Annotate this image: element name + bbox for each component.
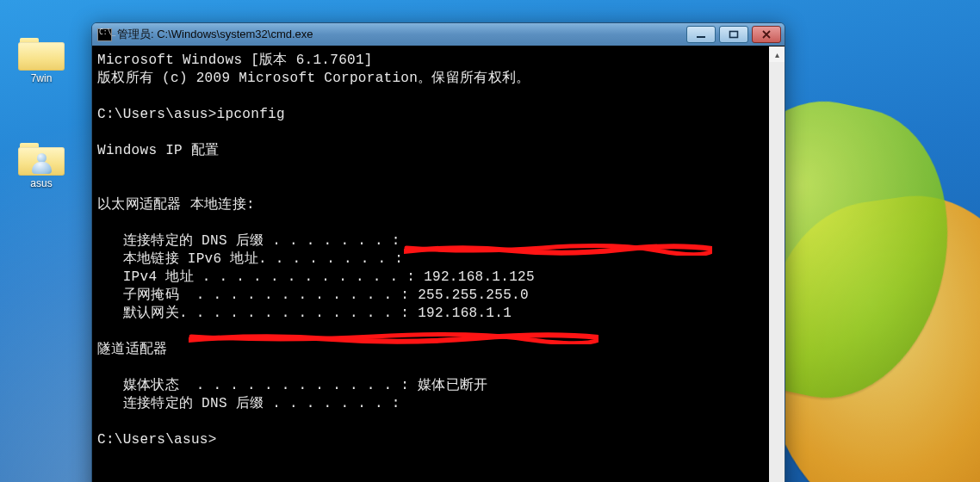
cmd-icon <box>97 28 112 41</box>
terminal-line: C:\Users\asus> <box>97 431 766 449</box>
terminal-line: IPv4 地址 . . . . . . . . . . . . : 192.16… <box>97 269 766 287</box>
cmd-window: 管理员: C:\Windows\system32\cmd.exe Microso… <box>91 22 785 482</box>
window-title: 管理员: C:\Windows\system32\cmd.exe <box>117 27 313 42</box>
person-icon <box>30 153 54 174</box>
desktop-icon-label: 7win <box>9 72 74 84</box>
terminal-line: Microsoft Windows [版本 6.1.7601] <box>97 52 766 70</box>
scrollbar[interactable]: ▴ ▾ <box>769 46 785 482</box>
scroll-up-icon[interactable]: ▴ <box>769 46 785 62</box>
desktop-icon-7win[interactable]: 7win <box>9 34 74 84</box>
terminal-line <box>97 178 766 196</box>
desktop-background: 7win asus 管理员: C:\Windows\system32\cmd.e… <box>0 0 980 482</box>
terminal-line <box>97 124 766 142</box>
terminal-output[interactable]: Microsoft Windows [版本 6.1.7601]版权所有 (c) … <box>92 46 769 482</box>
terminal-line <box>97 160 766 178</box>
desktop-icon-asus[interactable]: asus <box>9 139 74 189</box>
terminal-line: 连接特定的 DNS 后缀 . . . . . . . : <box>97 232 766 250</box>
folder-icon <box>18 34 65 71</box>
terminal-line: 隧道适配器 <box>97 341 766 359</box>
terminal-line <box>97 214 766 232</box>
terminal-line: 默认网关. . . . . . . . . . . . . : 192.168.… <box>97 305 766 323</box>
terminal-line <box>97 88 766 106</box>
terminal-wrap: Microsoft Windows [版本 6.1.7601]版权所有 (c) … <box>92 46 785 482</box>
terminal-line: 媒体状态 . . . . . . . . . . . . : 媒体已断开 <box>97 377 766 395</box>
terminal-line: 子网掩码 . . . . . . . . . . . . : 255.255.2… <box>97 287 766 305</box>
desktop-icon-label: asus <box>9 177 74 189</box>
window-controls <box>686 26 785 43</box>
terminal-line: 版权所有 (c) 2009 Microsoft Corporation。保留所有… <box>97 70 766 88</box>
terminal-line: 本地链接 IPv6 地址. . . . . . . . : <box>97 250 766 269</box>
terminal-line <box>97 413 766 431</box>
terminal-line: C:\Users\asus>ipconfig <box>97 106 766 124</box>
maximize-button[interactable] <box>719 26 748 43</box>
terminal-line: 连接特定的 DNS 后缀 . . . . . . . : <box>97 395 766 413</box>
terminal-line <box>97 323 766 341</box>
terminal-line: Windows IP 配置 <box>97 142 766 160</box>
titlebar[interactable]: 管理员: C:\Windows\system32\cmd.exe <box>92 23 785 46</box>
minimize-button[interactable] <box>686 26 716 43</box>
close-button[interactable] <box>752 26 781 43</box>
svg-rect-0 <box>697 36 705 38</box>
svg-rect-1 <box>730 32 738 38</box>
terminal-line <box>97 359 766 377</box>
user-folder-icon <box>18 139 65 176</box>
terminal-line: 以太网适配器 本地连接: <box>97 196 766 214</box>
